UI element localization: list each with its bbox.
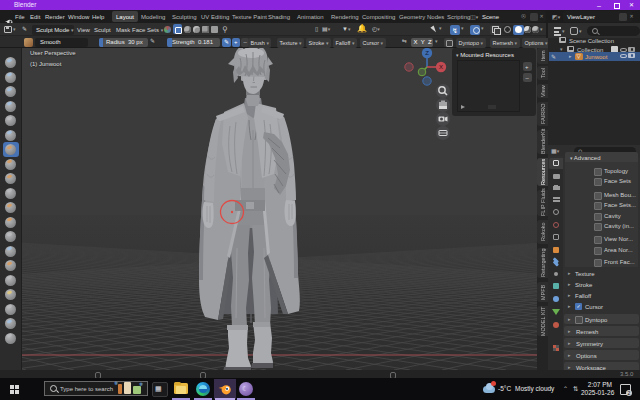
- svg-text:Z: Z: [425, 50, 429, 56]
- svg-text:X: X: [439, 64, 443, 70]
